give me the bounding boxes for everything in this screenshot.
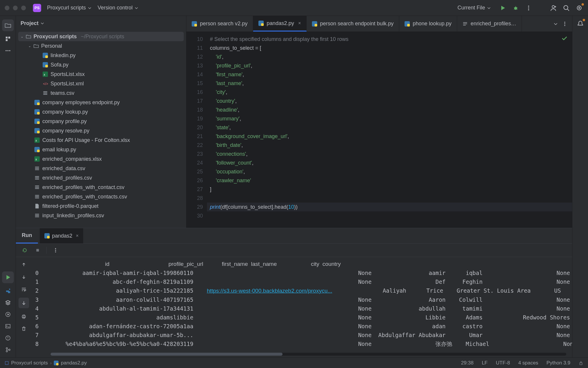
run-tool-button[interactable] (2, 271, 14, 283)
lock-icon[interactable] (579, 361, 583, 365)
code-line[interactable]: 'summary', (210, 116, 241, 122)
editor-tab[interactable]: enriched_profiles… (457, 16, 522, 32)
code-line[interactable]: 'country', (210, 98, 237, 104)
code-line[interactable]: ] (210, 186, 211, 192)
editor-tab[interactable]: person search v2.py (186, 16, 253, 32)
project-menu[interactable]: Proxycurl scripts (44, 3, 95, 13)
search-everywhere-button[interactable] (562, 4, 570, 12)
project-panel-header[interactable]: Project (16, 16, 186, 31)
chevron-down-icon[interactable] (553, 21, 558, 26)
editor-body[interactable]: 1011121314151617181920212223242526272829… (186, 32, 572, 228)
code-line[interactable]: 'city', (210, 89, 227, 95)
editor-tab[interactable]: pandas2.py× (253, 16, 306, 32)
tree-row[interactable]: SportsList.xlsx (18, 69, 184, 79)
tree-row[interactable]: enriched_profiles_with_contacts.csv (18, 192, 184, 201)
code-line[interactable]: 'connections', (210, 151, 248, 157)
code-line[interactable]: 'state', (210, 125, 231, 130)
clear-console-button[interactable] (20, 325, 28, 333)
editor-tab[interactable]: person search endpoint bulk.py (307, 16, 399, 32)
editor-tab[interactable]: phone lookup.py (399, 16, 457, 32)
notifications-button[interactable] (576, 19, 584, 28)
code-line[interactable]: columns_to_select = [ (210, 45, 261, 51)
scrollbar-thumb[interactable] (51, 353, 283, 356)
tree-row[interactable]: SportsList.xml (18, 79, 184, 88)
code-line[interactable]: # Select the specified columns and displ… (210, 36, 348, 42)
inspections-ok-indicator[interactable] (562, 35, 567, 41)
tree-row[interactable]: Costs for API Usage - For Colton.xlsx (18, 135, 184, 145)
settings-button[interactable] (575, 4, 583, 12)
caret-position[interactable]: 29:38 (461, 360, 474, 366)
python-console-button[interactable] (4, 287, 12, 295)
code-line[interactable]: 'last_name', (210, 80, 244, 86)
code-with-me-button[interactable] (549, 4, 557, 12)
code-line[interactable]: print(df[columns_to_select].head(10)) (207, 203, 572, 211)
debug-button[interactable] (512, 4, 520, 12)
code-line[interactable]: 'birth_date', (210, 142, 243, 148)
project-tree[interactable]: ⌄ Proxycurl scripts ~/Proxycurl scripts⌄… (16, 31, 186, 228)
python-interpreter[interactable]: Python 3.9 (547, 360, 570, 366)
indent-setting[interactable]: 4 spaces (518, 360, 538, 366)
services-button[interactable] (4, 310, 12, 319)
code-line[interactable]: 'first_name', (210, 72, 244, 77)
tree-row[interactable]: company profile.py (18, 117, 184, 126)
more-actions-button[interactable] (524, 4, 533, 12)
tree-row[interactable]: ⌄ Personal (18, 41, 184, 51)
terminal-button[interactable] (4, 322, 12, 330)
run-config-tab[interactable]: pandas2 × (40, 228, 83, 243)
breadcrumb[interactable]: Proxycurl scripts › pandas2.py (5, 360, 87, 366)
console-output[interactable]: id profile_pic_url first_name last_name … (32, 257, 572, 357)
code-line[interactable]: 'occupation', (210, 169, 245, 175)
tree-row[interactable]: enriched_profiles.csv (18, 173, 184, 183)
tree-row[interactable]: linkedin.py (18, 51, 184, 60)
run-button[interactable] (499, 4, 507, 12)
tree-row[interactable]: teams.csv (18, 88, 184, 98)
soft-wrap-button[interactable] (20, 285, 28, 294)
code-line[interactable]: 'follower_count', (210, 160, 253, 166)
tree-row[interactable]: enriched_companies.xlsx (18, 154, 184, 164)
console-horizontal-scrollbar[interactable] (51, 353, 566, 356)
tree-row[interactable]: enriched_data.csv (18, 164, 184, 173)
run-config-dropdown[interactable]: Current File (455, 3, 494, 13)
tree-row[interactable]: company employees endpoint.py (18, 98, 184, 107)
problems-button[interactable] (4, 334, 12, 342)
tree-row[interactable]: company resolve.py (18, 126, 184, 135)
close-window-button[interactable] (5, 6, 9, 10)
code-line[interactable]: 'id', (210, 54, 223, 60)
line-number: 29 (186, 203, 203, 211)
code-line[interactable]: 'profile_pic_url', (210, 63, 252, 69)
code-line[interactable]: 'headline', (210, 107, 239, 113)
close-run-tab-button[interactable]: × (76, 233, 78, 238)
print-button[interactable] (20, 312, 28, 321)
code-line[interactable]: 'background_cover_image_url', (210, 133, 289, 139)
scroll-down-button[interactable] (20, 273, 28, 281)
python-packages-button[interactable] (4, 299, 12, 307)
code-line[interactable]: 'crawler_name' (210, 178, 251, 183)
file-encoding[interactable]: UTF-8 (496, 360, 510, 366)
tree-file-name: input_linkedin_profiles.csv (42, 213, 104, 219)
run-more-button[interactable] (51, 246, 60, 254)
run-tab[interactable]: Run (16, 228, 38, 243)
more-vertical-icon[interactable] (562, 21, 567, 26)
tree-row[interactable]: enriched_profiles_with_contact.csv (18, 183, 184, 192)
tree-row[interactable]: email lokup.py (18, 145, 184, 154)
close-tab-button[interactable]: × (298, 21, 301, 26)
code-area[interactable]: # Select the specified columns and displ… (207, 32, 572, 228)
project-tool-button[interactable] (2, 19, 14, 31)
tree-row[interactable]: company lookup.py (18, 107, 184, 117)
line-separator[interactable]: LF (482, 360, 488, 366)
more-tools-button[interactable] (4, 47, 12, 55)
gear-icon (576, 5, 582, 11)
git-button[interactable] (4, 346, 12, 354)
version-control-menu[interactable]: Version control (95, 3, 141, 13)
scroll-up-button[interactable] (20, 261, 28, 269)
tree-row[interactable]: input_linkedin_profiles.csv (18, 211, 184, 220)
structure-tool-button[interactable] (4, 35, 12, 43)
stop-button[interactable] (34, 246, 42, 254)
tree-row[interactable]: ⌄ Proxycurl scripts ~/Proxycurl scripts (18, 32, 184, 41)
minimize-window-button[interactable] (13, 6, 18, 10)
tree-row[interactable]: Sofa.py (18, 60, 184, 69)
scroll-to-end-button[interactable] (19, 298, 29, 308)
rerun-button[interactable] (21, 246, 29, 254)
tree-row[interactable]: filtered-profile-0.parquet (18, 201, 184, 211)
zoom-window-button[interactable] (21, 6, 26, 10)
